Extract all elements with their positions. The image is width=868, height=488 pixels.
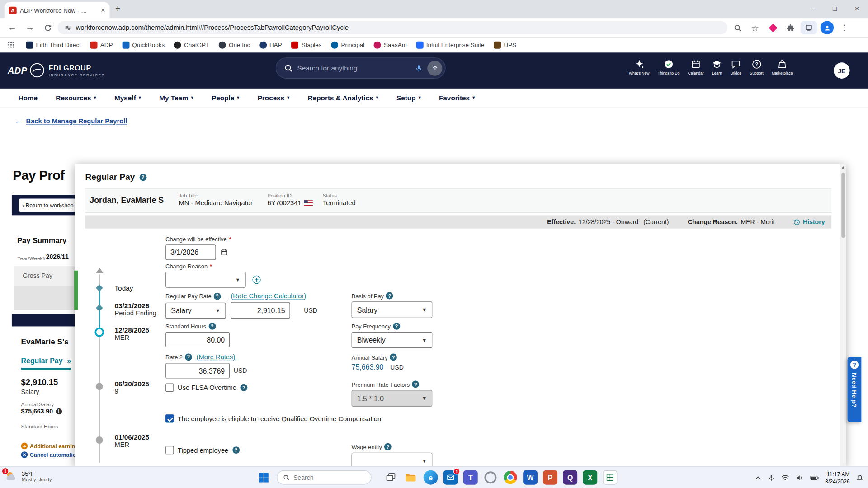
timeline-marker-past[interactable] xyxy=(96,383,103,390)
need-help-tab[interactable]: ? Need Help? xyxy=(848,357,862,422)
search-submit-icon[interactable] xyxy=(427,61,442,75)
whats-new-button[interactable]: What's New xyxy=(629,59,649,75)
timeline-marker-today[interactable] xyxy=(96,285,103,292)
timeline-up-arrow[interactable] xyxy=(96,268,104,273)
timeline-date[interactable]: 12/28/2025 xyxy=(114,326,149,334)
return-to-worksheet-button[interactable]: ‹ Return to workshee xyxy=(19,199,75,212)
profile-avatar-icon[interactable] xyxy=(819,20,835,35)
bookmark-intuit[interactable]: Intuit Enterprise Suite xyxy=(416,41,485,48)
calendar-button[interactable]: Calendar xyxy=(688,59,704,75)
timeline-date[interactable]: 06/30/2025 xyxy=(114,380,149,388)
calendar-icon[interactable] xyxy=(220,249,228,256)
nav-process[interactable]: Process▾ xyxy=(258,94,290,102)
url-input[interactable] xyxy=(76,24,721,32)
help-icon[interactable]: ? xyxy=(390,353,397,361)
pay-rate-amount-input[interactable] xyxy=(231,302,290,319)
adp-logo[interactable]: ADP xyxy=(8,66,27,76)
regular-pay-tab[interactable]: Regular Pay » xyxy=(21,357,71,370)
effective-date-input[interactable] xyxy=(165,244,216,260)
refresh-icon[interactable] xyxy=(40,20,55,35)
scrollbar-thumb[interactable] xyxy=(841,173,845,238)
excel-icon[interactable]: X xyxy=(583,470,597,485)
onenote-icon[interactable]: Q xyxy=(563,470,577,485)
nav-my-team[interactable]: My Team▾ xyxy=(159,94,193,102)
timeline-label-today[interactable]: Today xyxy=(114,284,133,292)
standard-hours-input[interactable] xyxy=(165,332,230,347)
nav-resources[interactable]: Resources▾ xyxy=(56,94,96,102)
header-search-input[interactable] xyxy=(297,64,410,72)
history-link[interactable]: History xyxy=(793,218,825,225)
nav-home[interactable]: Home xyxy=(18,94,38,102)
breadcrumb[interactable]: ← Back to Manage Regular Payroll xyxy=(15,117,127,125)
help-icon[interactable]: ? xyxy=(393,323,400,330)
help-icon[interactable]: ? xyxy=(232,446,240,454)
nav-setup[interactable]: Setup▾ xyxy=(396,94,421,102)
flsa-overtime-checkbox[interactable] xyxy=(165,384,174,392)
bookmark-staples[interactable]: Staples xyxy=(292,41,322,48)
support-button[interactable]: ? Support xyxy=(750,59,764,75)
file-explorer-icon[interactable] xyxy=(404,470,418,485)
pay-frequency-select[interactable]: Biweekly ▼ xyxy=(352,332,433,348)
bookmark-chatgpt[interactable]: ChatGPT xyxy=(174,41,209,48)
mic-icon[interactable] xyxy=(415,64,423,72)
volume-icon[interactable] xyxy=(795,474,803,482)
help-icon[interactable]: ? xyxy=(240,384,247,391)
things-to-do-button[interactable]: Things to Do xyxy=(658,59,680,75)
qualified-overtime-checkbox[interactable] xyxy=(165,414,174,422)
cancel-automatic-link[interactable]: ✕ Cancel automatic p xyxy=(21,451,75,458)
change-reason-select[interactable]: ▼ xyxy=(165,272,246,288)
search-lens-icon[interactable] xyxy=(730,20,745,35)
scrollbar-up-arrow[interactable] xyxy=(841,166,844,169)
word-icon[interactable]: W xyxy=(523,470,538,485)
timeline-marker-past[interactable] xyxy=(96,436,103,444)
new-tab-button[interactable]: + xyxy=(115,5,120,14)
timeline-marker-current[interactable] xyxy=(94,328,104,337)
rate-change-calculator-link[interactable]: (Rate Change Calculator) xyxy=(231,292,306,300)
help-icon[interactable]: ? xyxy=(412,380,419,388)
weather-widget[interactable]: 1 35°F Mostly cloudy xyxy=(5,470,52,483)
basis-of-pay-select[interactable]: Salary ▼ xyxy=(352,301,433,318)
add-change-reason-button[interactable]: + xyxy=(252,276,260,284)
nav-reports-analytics[interactable]: Reports & Analytics▾ xyxy=(308,94,378,102)
battery-icon[interactable] xyxy=(810,474,819,482)
tray-chevron-up-icon[interactable] xyxy=(754,474,761,481)
browser-tab[interactable]: A ADP Workforce Now - Workshe × xyxy=(5,2,110,19)
taskbar-clock[interactable]: 11:17 AM 3/24/2026 xyxy=(825,470,849,485)
outlook-icon[interactable]: 1 xyxy=(443,470,458,485)
pay-rate-type-select[interactable]: Salary ▼ xyxy=(165,302,226,319)
bookmark-principal[interactable]: Principal xyxy=(331,41,364,48)
start-button[interactable] xyxy=(259,473,269,483)
settings-app-icon[interactable] xyxy=(483,470,498,485)
help-icon[interactable]: ? xyxy=(386,292,393,300)
edge-icon[interactable]: e xyxy=(424,470,438,485)
teams-icon[interactable]: T xyxy=(463,470,478,485)
help-icon[interactable]: ? xyxy=(208,323,216,330)
task-view-icon[interactable] xyxy=(384,470,398,485)
timeline-date[interactable]: 01/06/2025 xyxy=(114,434,149,441)
side-panel-icon[interactable] xyxy=(801,21,817,34)
nav-people[interactable]: People▾ xyxy=(212,94,239,102)
forward-icon[interactable]: → xyxy=(22,20,38,35)
apps-grid-icon[interactable] xyxy=(5,42,16,48)
rate2-input[interactable] xyxy=(165,363,230,378)
window-minimize-button[interactable]: – xyxy=(802,0,824,18)
header-search[interactable] xyxy=(276,57,446,79)
learn-button[interactable]: Learn xyxy=(712,59,722,75)
spreadsheet-icon[interactable] xyxy=(603,470,617,485)
pink-extension-icon[interactable] xyxy=(765,20,780,35)
address-bar[interactable] xyxy=(57,21,727,34)
bookmark-saasant[interactable]: SaasAnt xyxy=(374,41,407,48)
chrome-icon[interactable] xyxy=(503,470,518,485)
modal-scrollbar[interactable] xyxy=(840,164,846,466)
wifi-icon[interactable] xyxy=(781,474,789,482)
taskbar-search[interactable] xyxy=(277,470,371,485)
window-maximize-button[interactable]: □ xyxy=(824,0,846,18)
nav-favorites[interactable]: Favorites▾ xyxy=(439,94,475,102)
extensions-puzzle-icon[interactable] xyxy=(783,20,798,35)
bookmark-adp[interactable]: ADP xyxy=(90,41,113,48)
bookmark-fifth-third[interactable]: Fifth Third Direct xyxy=(26,41,81,48)
user-avatar[interactable]: JE xyxy=(834,62,850,79)
browser-menu-icon[interactable]: ⋮ xyxy=(837,20,852,35)
bookmark-one-inc[interactable]: One Inc xyxy=(219,41,250,48)
bookmark-ups[interactable]: UPS xyxy=(494,41,516,48)
